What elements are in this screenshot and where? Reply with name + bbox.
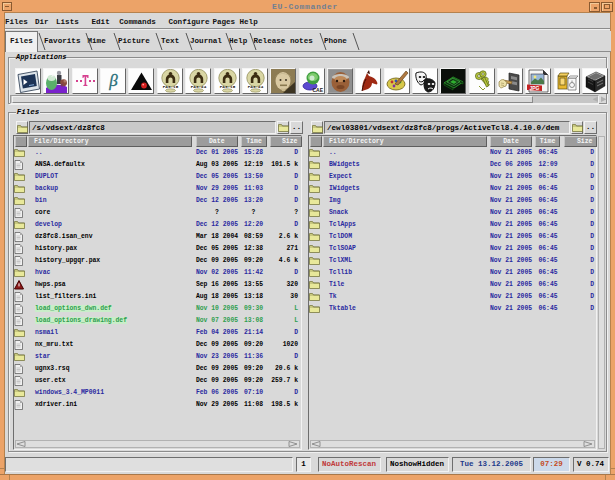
svg-text:PA3.24: PA3.24 xyxy=(191,84,207,89)
svg-text:PA3.15: PA3.15 xyxy=(219,84,235,89)
svg-text:CAE: CAE xyxy=(312,87,323,93)
svg-text:PA3.24: PA3.24 xyxy=(248,84,264,89)
svg-text:PA3.15: PA3.15 xyxy=(163,84,179,89)
svg-text:β: β xyxy=(108,71,118,90)
svg-text:JPG: JPG xyxy=(530,85,540,91)
